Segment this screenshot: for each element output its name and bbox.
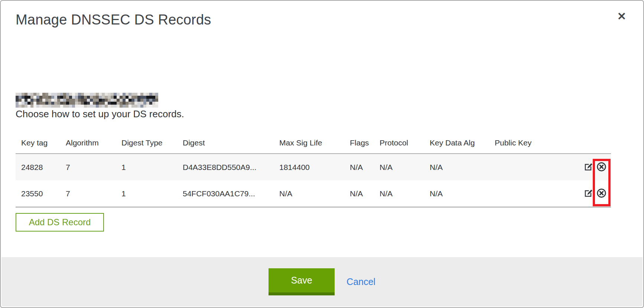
table-cell: 23550 bbox=[16, 180, 66, 207]
edit-record-button[interactable] bbox=[583, 189, 593, 199]
save-button[interactable]: Save bbox=[269, 268, 335, 295]
table-cell: N/A bbox=[350, 154, 380, 180]
edit-record-button[interactable] bbox=[583, 162, 593, 173]
col-header-actions bbox=[575, 138, 611, 154]
col-header-protocol: Protocol bbox=[380, 138, 430, 154]
table-cell: D4A33E8DD550A9... bbox=[183, 154, 279, 180]
add-ds-record-button[interactable]: Add DS Record bbox=[16, 213, 104, 232]
close-button[interactable]: ✕ bbox=[614, 9, 629, 24]
table-header-row: Key tag Algorithm Digest Type Digest Max… bbox=[16, 138, 611, 154]
table-row: 2482871D4A33E8DD550A9...1814400N/AN/AN/A bbox=[16, 154, 611, 180]
table-cell: N/A bbox=[279, 180, 350, 207]
col-header-digest: Digest bbox=[183, 138, 279, 154]
cancel-link[interactable]: Cancel bbox=[347, 276, 375, 287]
col-header-max-sig-life: Max Sig Life bbox=[279, 138, 350, 154]
table-cell bbox=[495, 154, 575, 180]
modal-footer: Save Cancel bbox=[1, 257, 643, 307]
col-header-algorithm: Algorithm bbox=[66, 138, 121, 154]
table-row: 235507154FCF030AA1C79...N/AN/AN/AN/A bbox=[16, 180, 611, 207]
table-cell: N/A bbox=[430, 180, 495, 207]
edit-icon bbox=[584, 162, 593, 173]
table-cell bbox=[495, 180, 575, 207]
edit-icon bbox=[584, 189, 593, 199]
manage-dnssec-modal: Manage DNSSEC DS Records ✕ Choose how to… bbox=[0, 0, 644, 308]
table-cell: 1 bbox=[121, 154, 183, 180]
table-cell: 24828 bbox=[16, 154, 66, 180]
delete-icon bbox=[596, 188, 606, 199]
table-cell: N/A bbox=[430, 154, 495, 180]
delete-record-button[interactable] bbox=[596, 189, 606, 199]
close-icon: ✕ bbox=[617, 10, 626, 22]
page-title: Manage DNSSEC DS Records bbox=[16, 12, 211, 28]
table-cell: 1 bbox=[121, 180, 183, 207]
row-actions-cell bbox=[575, 154, 611, 180]
row-actions-cell bbox=[575, 180, 611, 207]
redacted-domain bbox=[16, 93, 158, 108]
col-header-digest-type: Digest Type bbox=[121, 138, 183, 154]
ds-records-table: Key tag Algorithm Digest Type Digest Max… bbox=[16, 138, 611, 207]
col-header-public-key: Public Key bbox=[495, 138, 575, 154]
table-cell: 7 bbox=[66, 154, 121, 180]
delete-icon bbox=[596, 162, 606, 173]
instruction-text: Choose how to set up your DS records. bbox=[16, 108, 184, 120]
table-cell: N/A bbox=[380, 180, 430, 207]
ds-records-table-wrap: Key tag Algorithm Digest Type Digest Max… bbox=[16, 138, 611, 207]
table-cell: N/A bbox=[350, 180, 380, 207]
table-cell: 7 bbox=[66, 180, 121, 207]
col-header-key-data-alg: Key Data Alg bbox=[430, 138, 495, 154]
table-cell: 1814400 bbox=[279, 154, 350, 180]
delete-record-button[interactable] bbox=[596, 162, 606, 173]
table-cell: 54FCF030AA1C79... bbox=[183, 180, 279, 207]
col-header-key-tag: Key tag bbox=[16, 138, 66, 154]
col-header-flags: Flags bbox=[350, 138, 380, 154]
table-body: 2482871D4A33E8DD550A9...1814400N/AN/AN/A bbox=[16, 154, 611, 207]
add-ds-record-label: Add DS Record bbox=[29, 217, 91, 227]
table-cell: N/A bbox=[380, 154, 430, 180]
